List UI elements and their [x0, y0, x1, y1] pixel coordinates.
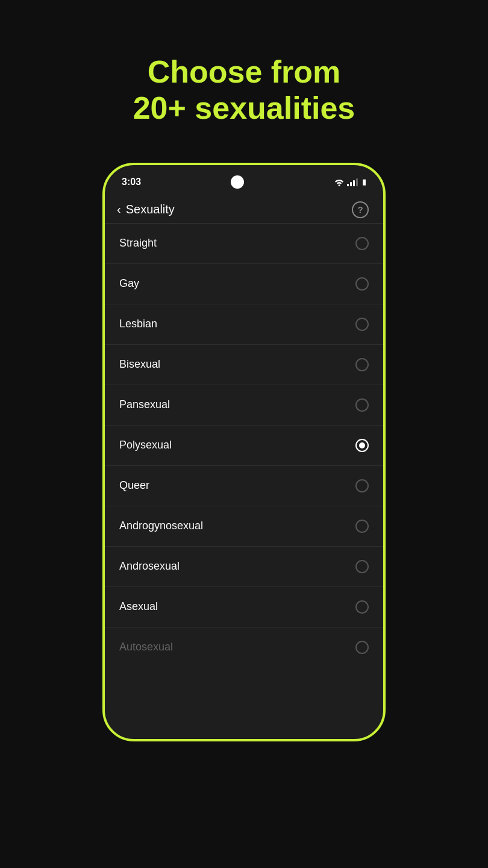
- item-label-autosexual: Autosexual: [119, 641, 173, 653]
- wifi-icon: [334, 178, 345, 186]
- item-label-androsexual: Androsexual: [119, 560, 180, 573]
- list-item-queer[interactable]: Queer: [105, 466, 383, 506]
- list-item-gay[interactable]: Gay: [105, 264, 383, 304]
- list-item-autosexual[interactable]: Autosexual: [105, 627, 383, 667]
- item-label-pansexual: Pansexual: [119, 398, 170, 411]
- nav-title: Sexuality: [126, 203, 175, 216]
- item-label-gay: Gay: [119, 277, 139, 290]
- radio-androgynosexual[interactable]: [355, 520, 369, 533]
- status-time: 3:03: [122, 177, 141, 187]
- radio-autosexual[interactable]: [355, 641, 369, 654]
- sexuality-list: StraightGayLesbianBisexualPansexualPolys…: [105, 224, 383, 667]
- item-label-asexual: Asexual: [119, 600, 158, 613]
- item-label-bisexual: Bisexual: [119, 358, 160, 371]
- radio-polysexual[interactable]: [355, 439, 369, 452]
- list-item-androgynosexual[interactable]: Androgynosexual: [105, 506, 383, 547]
- radio-pansexual[interactable]: [355, 398, 369, 412]
- radio-queer[interactable]: [355, 479, 369, 492]
- radio-bisexual[interactable]: [355, 358, 369, 371]
- camera-pill: [231, 175, 244, 189]
- help-button[interactable]: ?: [352, 201, 369, 218]
- battery-icon: ▮: [362, 177, 366, 186]
- list-item-bisexual[interactable]: Bisexual: [105, 345, 383, 385]
- headline-line1: Choose from: [148, 54, 341, 89]
- list-item-straight[interactable]: Straight: [105, 224, 383, 264]
- back-button[interactable]: ‹: [117, 203, 121, 216]
- item-label-queer: Queer: [119, 479, 149, 492]
- headline-line2: 20+ sexualities: [133, 90, 355, 125]
- list-item-polysexual[interactable]: Polysexual: [105, 426, 383, 466]
- nav-left: ‹ Sexuality: [117, 203, 175, 216]
- status-icons: ▮: [334, 177, 366, 186]
- list-item-asexual[interactable]: Asexual: [105, 587, 383, 627]
- list-item-androsexual[interactable]: Androsexual: [105, 547, 383, 587]
- headline: Choose from 20+ sexualities: [99, 54, 389, 127]
- status-bar: 3:03 ▮: [105, 165, 383, 197]
- item-label-straight: Straight: [119, 237, 157, 250]
- radio-androsexual[interactable]: [355, 560, 369, 573]
- item-label-lesbian: Lesbian: [119, 318, 157, 330]
- item-label-polysexual: Polysexual: [119, 439, 172, 451]
- list-item-pansexual[interactable]: Pansexual: [105, 385, 383, 426]
- radio-gay[interactable]: [355, 277, 369, 291]
- phone-mockup: 3:03 ▮ ‹ Sexuality ? StraightGayLesbianB…: [102, 163, 386, 741]
- list-item-lesbian[interactable]: Lesbian: [105, 304, 383, 345]
- radio-lesbian[interactable]: [355, 318, 369, 331]
- item-label-androgynosexual: Androgynosexual: [119, 520, 203, 532]
- radio-asexual[interactable]: [355, 600, 369, 614]
- nav-bar: ‹ Sexuality ?: [105, 197, 383, 224]
- radio-straight[interactable]: [355, 237, 369, 250]
- signal-icon: [347, 178, 358, 186]
